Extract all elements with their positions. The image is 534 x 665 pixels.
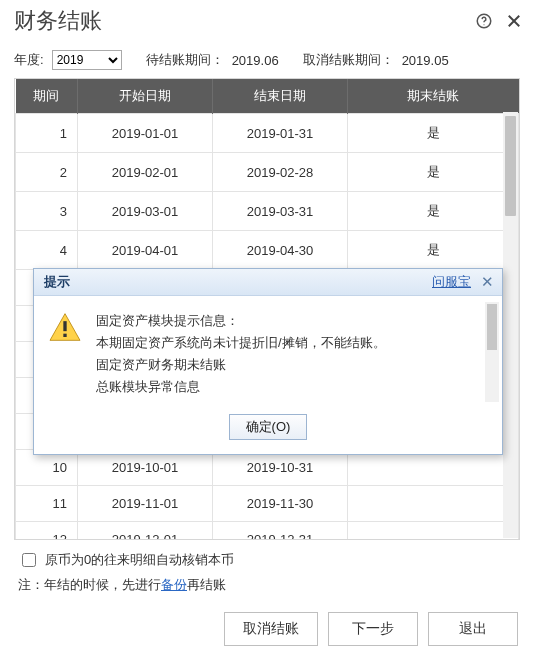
cell-period: 12: [16, 522, 78, 541]
cell-period: 11: [16, 486, 78, 522]
table-row[interactable]: 122019-12-012019-12-31: [16, 522, 519, 541]
alert-line: 本期固定资产系统尚未计提折旧/摊销，不能结账。: [96, 332, 480, 354]
pending-value: 2019.06: [232, 53, 279, 68]
cell-period: 2: [16, 153, 78, 192]
table-row[interactable]: 22019-02-012019-02-28是: [16, 153, 519, 192]
cell-end: 2019-03-31: [213, 192, 348, 231]
alert-line: 固定资产模块提示信息：: [96, 310, 480, 332]
cell-start: 2019-02-01: [78, 153, 213, 192]
cell-end: 2019-12-31: [213, 522, 348, 541]
cell-end: 2019-02-28: [213, 153, 348, 192]
close-icon[interactable]: [504, 11, 524, 31]
table-scrollbar[interactable]: [503, 112, 518, 538]
table-row[interactable]: 112019-11-012019-11-30: [16, 486, 519, 522]
col-end: 结束日期: [213, 79, 348, 114]
year-select[interactable]: 2019: [52, 50, 122, 70]
auto-writeoff-checkbox[interactable]: [22, 553, 36, 567]
cell-closed: 是: [348, 231, 519, 270]
page-title: 财务结账: [14, 6, 102, 36]
cell-period: 1: [16, 114, 78, 153]
cell-end: 2019-01-31: [213, 114, 348, 153]
svg-point-1: [483, 24, 484, 25]
cell-start: 2019-11-01: [78, 486, 213, 522]
alert-close-icon[interactable]: ✕: [481, 273, 494, 291]
warning-icon: [48, 312, 82, 342]
toolbar: 年度: 2019 待结账期间： 2019.06 取消结账期间： 2019.05: [0, 46, 534, 78]
auto-writeoff-row[interactable]: 原币为0的往来明细自动核销本币: [18, 550, 516, 570]
col-closed: 期末结账: [348, 79, 519, 114]
backup-link[interactable]: 备份: [161, 577, 187, 592]
action-buttons: 取消结账 下一步 退出: [0, 602, 534, 646]
cell-start: 2019-12-01: [78, 522, 213, 541]
alert-message: 固定资产模块提示信息： 本期固定资产系统尚未计提折旧/摊销，不能结账。 固定资产…: [96, 310, 490, 398]
pending-label: 待结账期间：: [146, 51, 224, 69]
table-row[interactable]: 12019-01-012019-01-31是: [16, 114, 519, 153]
exit-button[interactable]: 退出: [428, 612, 518, 646]
alert-title: 提示: [44, 273, 70, 291]
alert-body: 固定资产模块提示信息： 本期固定资产系统尚未计提折旧/摊销，不能结账。 固定资产…: [34, 296, 502, 408]
svg-rect-5: [63, 321, 66, 331]
footer: 原币为0的往来明细自动核销本币 注：年结的时候，先进行备份再结账: [0, 540, 534, 602]
col-period: 期间: [16, 79, 78, 114]
alert-ok-button[interactable]: 确定(O): [229, 414, 308, 440]
cell-closed: 是: [348, 192, 519, 231]
ask-service-link[interactable]: 问服宝: [432, 273, 471, 291]
cell-closed: 是: [348, 153, 519, 192]
window-header: 财务结账: [0, 0, 534, 46]
auto-writeoff-label: 原币为0的往来明细自动核销本币: [45, 551, 234, 569]
cell-period: 4: [16, 231, 78, 270]
footer-note: 注：年结的时候，先进行备份再结账: [18, 576, 516, 594]
cancel-period-label: 取消结账期间：: [303, 51, 394, 69]
next-button[interactable]: 下一步: [328, 612, 418, 646]
cell-closed: [348, 522, 519, 541]
alert-line: 总账模块异常信息: [96, 376, 480, 398]
cell-closed: [348, 486, 519, 522]
alert-dialog: 提示 问服宝 ✕ 固定资产模块提示信息： 本期固定资产系统尚未计提折旧/摊销，不…: [33, 268, 503, 455]
alert-scrollbar[interactable]: [485, 302, 499, 402]
cell-period: 3: [16, 192, 78, 231]
alert-line: 固定资产财务期未结账: [96, 354, 480, 376]
cell-closed: 是: [348, 114, 519, 153]
table-row[interactable]: 32019-03-012019-03-31是: [16, 192, 519, 231]
alert-scrollbar-thumb[interactable]: [487, 304, 497, 350]
cell-start: 2019-01-01: [78, 114, 213, 153]
cell-start: 2019-03-01: [78, 192, 213, 231]
cell-end: 2019-04-30: [213, 231, 348, 270]
cell-start: 2019-04-01: [78, 231, 213, 270]
cancel-close-button[interactable]: 取消结账: [224, 612, 318, 646]
col-start: 开始日期: [78, 79, 213, 114]
alert-titlebar: 提示 问服宝 ✕: [34, 269, 502, 296]
alert-footer: 确定(O): [34, 408, 502, 454]
svg-rect-6: [63, 334, 66, 337]
table-scrollbar-thumb[interactable]: [505, 116, 516, 216]
year-label: 年度:: [14, 51, 44, 69]
table-row[interactable]: 42019-04-012019-04-30是: [16, 231, 519, 270]
header-icons: [474, 11, 524, 31]
help-icon[interactable]: [474, 11, 494, 31]
cancel-period-value: 2019.05: [402, 53, 449, 68]
cell-end: 2019-11-30: [213, 486, 348, 522]
